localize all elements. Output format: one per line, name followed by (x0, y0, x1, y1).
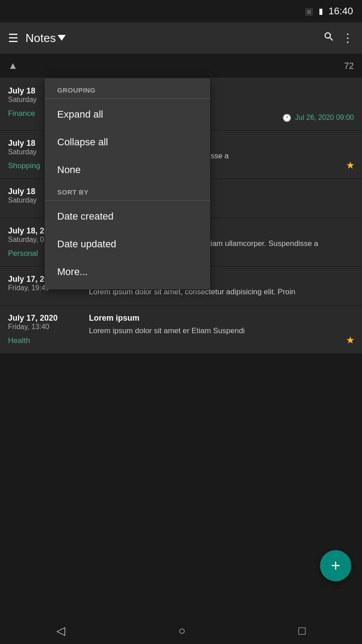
notes-area: ▲ 72 GROUPING Expand all Collapse all No… (0, 54, 362, 617)
search-icon[interactable] (323, 31, 335, 46)
sim-icon: ▣ (305, 6, 313, 17)
status-bar: ▣ ▮ 16:40 (0, 0, 362, 22)
battery-icon: ▮ (319, 6, 323, 16)
title-dropdown-arrow[interactable] (58, 35, 66, 41)
menu-icon[interactable]: ☰ (8, 31, 18, 45)
nav-bar: ◁ ○ □ (0, 617, 362, 644)
date-updated-option[interactable]: Date updated (45, 230, 210, 258)
dropdown-overlay: GROUPING Expand all Collapse all None SO… (0, 54, 362, 617)
status-time: 16:40 (328, 5, 353, 17)
home-button[interactable]: ○ (178, 624, 185, 638)
recents-button[interactable]: □ (299, 624, 306, 638)
grouping-divider (45, 98, 210, 99)
app-title: Notes (25, 31, 316, 45)
date-created-option[interactable]: Date created (45, 203, 210, 230)
sortby-divider (45, 200, 210, 201)
toolbar: ☰ Notes ⋮ (0, 22, 362, 54)
grouping-section-label: GROUPING (45, 82, 210, 97)
more-option[interactable]: More... (45, 258, 210, 286)
sortby-section-label: SORT BY (45, 184, 210, 199)
back-button[interactable]: ◁ (56, 624, 65, 638)
none-option[interactable]: None (45, 156, 210, 184)
grouping-dropdown-menu: GROUPING Expand all Collapse all None SO… (45, 78, 210, 289)
more-options-icon[interactable]: ⋮ (342, 31, 354, 45)
collapse-all-option[interactable]: Collapse all (45, 128, 210, 156)
expand-all-option[interactable]: Expand all (45, 101, 210, 128)
